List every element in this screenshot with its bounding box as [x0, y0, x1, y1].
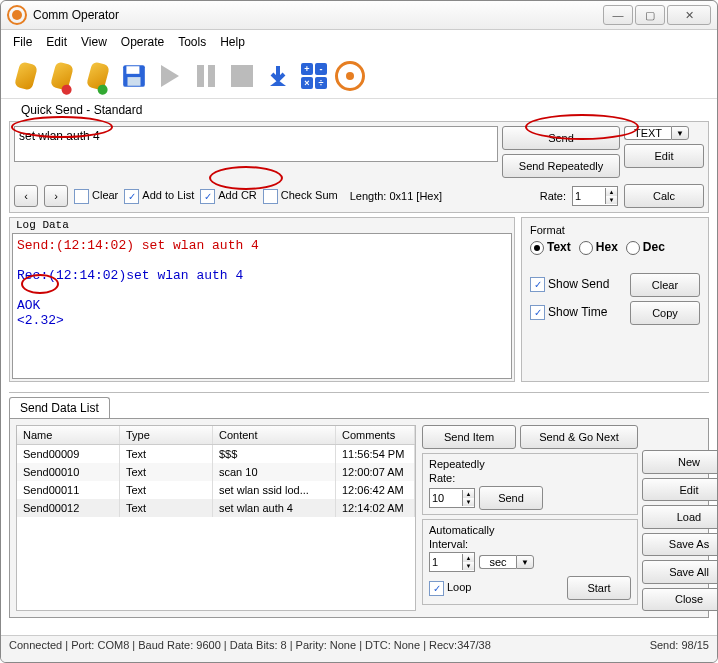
repeat-send-button[interactable]: Send [479, 486, 543, 510]
rate-label: Rate: [540, 190, 566, 202]
clear-log-button[interactable]: Clear [630, 273, 700, 297]
col-type[interactable]: Type [120, 426, 213, 444]
start-button[interactable]: Start [567, 576, 631, 600]
prev-button[interactable]: ‹ [14, 185, 38, 207]
format-hex-radio[interactable]: Hex [579, 240, 618, 255]
maximize-button[interactable]: ▢ [635, 5, 665, 25]
menu-tools[interactable]: Tools [178, 35, 206, 49]
col-content[interactable]: Content [213, 426, 336, 444]
quick-send-panel: set wlan auth 4 Send Send Repeatedly TEX… [9, 121, 709, 213]
status-bar: Connected | Port: COM8 | Baud Rate: 9600… [1, 635, 717, 662]
send-item-button[interactable]: Send Item [422, 425, 516, 449]
interval-stepper[interactable]: ▲▼ [429, 552, 475, 572]
edit-list-button[interactable]: Edit [642, 478, 718, 501]
format-text-radio[interactable]: Text [530, 240, 571, 255]
send-go-next-button[interactable]: Send & Go Next [520, 425, 638, 449]
repeatedly-box: Repeatedly Rate: ▲▼ Send [422, 453, 638, 515]
interval-unit-dropdown[interactable]: sec▼ [479, 555, 534, 569]
length-label: Length: 0x11 [Hex] [350, 190, 442, 202]
show-send-checkbox[interactable]: ✓Show Send [530, 277, 622, 292]
svg-rect-2 [128, 77, 141, 86]
minimize-button[interactable]: — [603, 5, 633, 25]
add-cr-checkbox[interactable]: ✓Add CR [200, 189, 257, 204]
save-button[interactable] [119, 61, 149, 91]
format-title: Format [530, 224, 700, 236]
log-output[interactable]: Send:(12:14:02) set wlan auth 4 Rec:(12:… [12, 233, 512, 379]
edit-button[interactable]: Edit [624, 144, 704, 168]
send-repeatedly-button[interactable]: Send Repeatedly [502, 154, 620, 178]
save-as-button[interactable]: Save As [642, 533, 718, 556]
toolbar: +-×÷ [1, 54, 717, 99]
window-title: Comm Operator [33, 8, 603, 22]
table-row[interactable]: Send00010Textscan 1012:00:07 AM [17, 463, 415, 481]
menu-edit[interactable]: Edit [46, 35, 67, 49]
log-data-panel: Log Data Send:(12:14:02) set wlan auth 4… [9, 217, 515, 382]
automatically-box: Automatically Interval: ▲▼ sec▼ ✓Loop St… [422, 519, 638, 605]
loop-checkbox[interactable]: ✓Loop [429, 581, 563, 596]
quick-send-label: Quick Send - Standard [9, 99, 709, 121]
play-button[interactable] [155, 61, 185, 91]
send-input[interactable]: set wlan auth 4 [14, 126, 498, 162]
format-panel: Format Text Hex Dec ✓Show Send Clear ✓Sh… [521, 217, 709, 382]
menu-view[interactable]: View [81, 35, 107, 49]
col-name[interactable]: Name [17, 426, 120, 444]
disconnect-button[interactable] [47, 61, 77, 91]
next-button[interactable]: › [44, 185, 68, 207]
status-left: Connected | Port: COM8 | Baud Rate: 9600… [9, 639, 491, 659]
new-button[interactable]: New [642, 450, 718, 473]
table-row[interactable]: Send00009Text$$$11:56:54 PM [17, 445, 415, 463]
send-button[interactable]: Send [502, 126, 620, 150]
calculator-button[interactable]: +-×÷ [299, 61, 329, 91]
about-button[interactable] [335, 61, 365, 91]
status-right: Send: 98/15 [650, 639, 709, 659]
copy-log-button[interactable]: Copy [630, 301, 700, 325]
close-button[interactable]: ✕ [667, 5, 711, 25]
app-window: Comm Operator — ▢ ✕ File Edit View Opera… [0, 0, 718, 663]
tab-send-data-list[interactable]: Send Data List [9, 397, 110, 418]
app-icon [7, 5, 27, 25]
add-to-list-checkbox[interactable]: ✓Add to List [124, 189, 194, 204]
send-data-table[interactable]: Name Type Content Comments Send00009Text… [16, 425, 416, 611]
clear-checkbox[interactable]: Clear [74, 189, 118, 204]
menu-bar: File Edit View Operate Tools Help [1, 30, 717, 54]
load-button[interactable]: Load [642, 505, 718, 528]
show-time-checkbox[interactable]: ✓Show Time [530, 305, 622, 320]
pause-button[interactable] [191, 61, 221, 91]
stop-button[interactable] [227, 61, 257, 91]
menu-help[interactable]: Help [220, 35, 245, 49]
text-mode-dropdown[interactable]: TEXT▼ [624, 126, 704, 140]
save-all-button[interactable]: Save All [642, 560, 718, 583]
log-data-title: Log Data [12, 219, 73, 231]
check-sum-checkbox[interactable]: Check Sum [263, 189, 338, 204]
col-comments[interactable]: Comments [336, 426, 415, 444]
connect-button[interactable] [11, 61, 41, 91]
svg-rect-1 [126, 66, 139, 74]
reconnect-button[interactable] [83, 61, 113, 91]
format-dec-radio[interactable]: Dec [626, 240, 665, 255]
close-list-button[interactable]: Close [642, 588, 718, 611]
calc-button[interactable]: Calc [624, 184, 704, 208]
table-row[interactable]: Send00011Textset wlan ssid lod...12:06:4… [17, 481, 415, 499]
table-row[interactable]: Send00012Textset wlan auth 412:14:02 AM [17, 499, 415, 517]
download-button[interactable] [263, 61, 293, 91]
rate-stepper[interactable]: ▲▼ [572, 186, 618, 206]
repeat-rate-stepper[interactable]: ▲▼ [429, 488, 475, 508]
menu-operate[interactable]: Operate [121, 35, 164, 49]
title-bar: Comm Operator — ▢ ✕ [1, 1, 717, 30]
menu-file[interactable]: File [13, 35, 32, 49]
